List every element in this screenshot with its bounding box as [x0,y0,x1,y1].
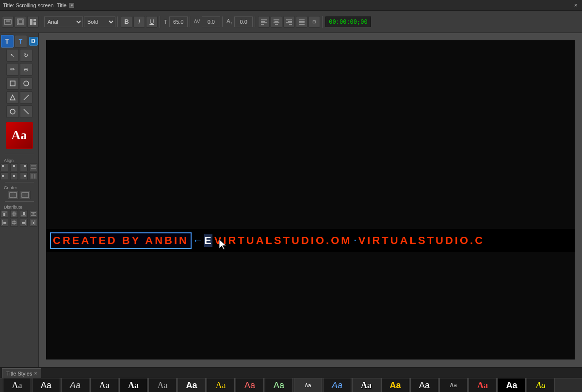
svg-rect-36 [13,175,15,177]
svg-rect-32 [24,165,26,167]
baseline-input[interactable] [234,16,253,27]
canvas-inner[interactable]: CREATED BY ANBIN ← E VIRTUALSTUDIO.OM · … [39,33,582,367]
title-dropdown[interactable]: ▼ [69,3,74,8]
style-preview-5[interactable]: Aa [119,378,147,392]
align-center-button[interactable] [271,16,282,28]
rotate-tool-button[interactable]: ↻ [20,49,32,62]
title-styles-tab[interactable]: Title Styles × [2,368,41,378]
style-preview-13[interactable]: Aa [352,378,380,392]
dist-top[interactable] [0,210,8,218]
dist-horiz[interactable] [10,219,18,227]
svg-rect-24 [10,81,15,86]
path-tool[interactable]: D [29,37,38,46]
anchor-tool-button[interactable]: ⊕ [20,63,32,76]
text-tool-button[interactable]: T [1,35,14,48]
view-btn-1[interactable] [2,16,14,28]
align-horiz-dist[interactable] [30,172,37,180]
font-size-input[interactable] [169,16,188,27]
style-preview-label-8: Aa [216,380,226,391]
bold-button[interactable]: B [121,16,132,28]
rect-tool-button[interactable] [6,77,19,90]
svg-point-28 [10,109,15,114]
pen-tool-button[interactable]: ✏ [6,63,19,76]
dist-left[interactable] [0,219,8,227]
font-family-select[interactable]: Arial [44,16,83,27]
align-right-button[interactable] [283,16,295,28]
align-middle-center[interactable] [10,172,18,180]
style-preview-16[interactable]: Aa [439,378,468,392]
style-preview-label-9: Aa [244,380,255,391]
title-close-button[interactable]: × [572,2,579,9]
style-preview-8[interactable]: Aa [207,378,235,392]
center-horizontal[interactable] [8,191,18,199]
center-label: Center [2,184,36,191]
vertical-text-tool[interactable]: T [15,35,27,48]
distribute-label: Distribute [2,204,36,210]
style-preview-10[interactable]: Aa [265,378,293,392]
view-btn-3[interactable] [27,16,39,28]
style-preview-label-10: Aa [274,380,284,391]
av-icon: AV [193,19,201,24]
kerning-input[interactable] [202,16,220,27]
dist-right[interactable] [20,219,28,227]
tool-row-1: T T D [1,35,38,48]
style-preview-9[interactable]: Aa [236,378,264,392]
italic-button[interactable]: I [133,16,145,28]
select-tool-button[interactable]: ↖ [6,49,19,62]
view-btn-2[interactable] [15,16,26,28]
baseline-icon: A↑ [226,18,233,25]
style-preview-label-17: Aa [477,380,488,391]
svg-rect-52 [32,213,34,214]
diagonal-line-tool[interactable] [20,105,32,118]
align-middle-right[interactable] [20,172,28,180]
style-preview-18[interactable]: Aa [498,378,526,392]
font-style-select[interactable]: Bold [84,16,115,27]
center-vertical[interactable] [20,191,31,199]
title-styles-icon[interactable]: Aa [6,122,33,149]
wedge-tool-button[interactable] [6,91,19,104]
style-preview-1[interactable]: Aa [3,378,31,392]
title-styles-close[interactable]: × [34,371,37,376]
style-preview-2[interactable]: Aa [32,378,60,392]
ellipse-tool-button[interactable] [20,77,32,90]
svg-line-29 [24,109,29,114]
align-top-right[interactable] [20,163,28,171]
style-preview-15[interactable]: Aa [410,378,438,392]
align-top-center[interactable] [10,163,18,171]
style-preview-label-14: Aa [389,380,401,391]
underline-button[interactable]: U [146,16,158,28]
style-preview-12[interactable]: Aa [323,378,351,392]
align-left-button[interactable] [258,16,270,28]
left-toolbar: T T D ↖ ↻ ✏ ⊕ [0,33,39,367]
style-preview-14[interactable]: Aa [381,378,409,392]
style-preview-17[interactable]: Aa [469,378,497,392]
svg-rect-35 [2,175,4,177]
svg-marker-26 [10,95,15,100]
style-preview-label-11: Aa [305,382,311,389]
style-preview-label-16: Aa [450,382,457,389]
line-tool-button[interactable] [20,91,32,104]
styles-thumbnails-row: AaAaAaAaAaAaAaAaAaAaAaAaAaAaAaAaAaAaAa [0,378,582,392]
tab-stops-button[interactable]: ⊟ [308,16,320,28]
circle-tool-button[interactable] [6,105,19,118]
style-preview-6[interactable]: Aa [148,378,177,392]
style-preview-4[interactable]: Aa [90,378,118,392]
dist-vert[interactable] [10,210,18,218]
separator-3 [5,201,34,202]
style-preview-label-18: Aa [506,380,517,391]
align-top-left[interactable] [0,163,8,171]
align-justify-button[interactable] [296,16,307,28]
style-preview-7[interactable]: Aa [178,378,206,392]
dist-vert-2[interactable] [30,210,37,218]
style-preview-19[interactable]: Aa [527,378,555,392]
style-preview-11[interactable]: Aa [294,378,322,392]
dist-horiz-2[interactable] [30,219,37,227]
svg-rect-30 [2,165,4,167]
title-bar: Title: Scrolling screen_Title ▼ × [0,0,582,11]
distribute-section: Distribute [0,204,38,227]
dist-bottom[interactable] [20,210,28,218]
tool-row-5 [6,91,32,104]
align-vert-dist[interactable] [30,163,37,171]
style-preview-3[interactable]: Aa [61,378,89,392]
align-middle-left[interactable] [0,172,8,180]
